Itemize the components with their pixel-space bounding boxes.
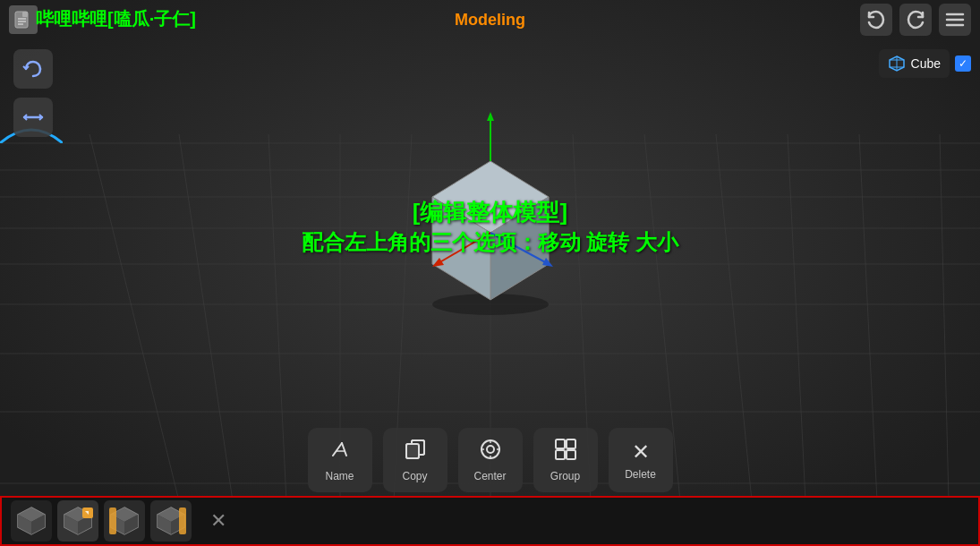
file-icon: [9, 5, 38, 34]
mode-icon-object[interactable]: [11, 500, 52, 542]
delete-button[interactable]: ✕ Delete: [609, 428, 673, 492]
center-line2: 配合左上角的三个选项：移动 旋转 大小: [302, 228, 678, 257]
checkbox-check: ✓: [959, 57, 967, 70]
top-right-controls: [860, 4, 971, 36]
svg-rect-23: [22, 12, 28, 17]
name-label: Name: [325, 470, 354, 482]
delete-label: Delete: [625, 468, 656, 481]
group-icon: [554, 438, 577, 466]
svg-line-46: [342, 443, 346, 456]
redo-button[interactable]: [899, 4, 932, 36]
mode-icon-texture[interactable]: [150, 500, 192, 542]
bottom-toolbar: Name Copy: [308, 428, 673, 492]
svg-rect-64: [556, 450, 565, 459]
bottom-mode-bar: ✕: [0, 496, 980, 546]
copy-button[interactable]: Copy: [383, 428, 447, 492]
center-icon: [479, 438, 502, 466]
mode-icon-edit[interactable]: [57, 500, 98, 542]
copy-icon: [404, 438, 427, 466]
move-control[interactable]: [13, 98, 53, 137]
menu-button[interactable]: [939, 4, 971, 36]
name-button[interactable]: Name: [308, 428, 372, 492]
undo-button[interactable]: [860, 4, 892, 36]
group-label: Group: [550, 470, 580, 482]
svg-rect-85: [179, 508, 186, 534]
copy-label: Copy: [402, 470, 427, 482]
svg-marker-40: [487, 112, 494, 121]
svg-rect-62: [556, 439, 565, 448]
right-panel: Cube ✓: [879, 49, 971, 78]
tl-controls: [13, 49, 53, 137]
svg-rect-52: [406, 444, 419, 458]
center-line1: [编辑整体模型]: [302, 197, 678, 228]
center-text: [编辑整体模型] 配合左上角的三个选项：移动 旋转 大小: [302, 197, 678, 257]
center-label: Center: [473, 470, 506, 482]
rotate-control[interactable]: [13, 49, 53, 89]
mode-icon-sculpt[interactable]: [104, 500, 145, 542]
svg-rect-80: [109, 508, 116, 534]
svg-point-57: [487, 446, 494, 453]
close-icon: ✕: [210, 509, 226, 533]
group-button[interactable]: Group: [533, 428, 598, 492]
delete-icon: ✕: [632, 439, 650, 465]
name-icon: [328, 438, 352, 466]
close-button[interactable]: ✕: [202, 505, 234, 537]
watermark: 哔哩哔哩[嗑瓜·子仁]: [36, 7, 196, 31]
top-center: Modeling: [455, 11, 525, 30]
mode-title: Modeling: [455, 11, 525, 29]
cube-entry-icon: [888, 55, 906, 73]
center-button[interactable]: Center: [458, 428, 523, 492]
svg-rect-63: [567, 439, 575, 448]
svg-rect-65: [567, 450, 575, 459]
cube-visibility-checkbox[interactable]: ✓: [955, 55, 971, 72]
cube-label: Cube: [911, 56, 941, 71]
top-left-area: [9, 5, 38, 34]
svg-line-45: [333, 443, 342, 456]
cube-entry: Cube: [879, 49, 950, 78]
